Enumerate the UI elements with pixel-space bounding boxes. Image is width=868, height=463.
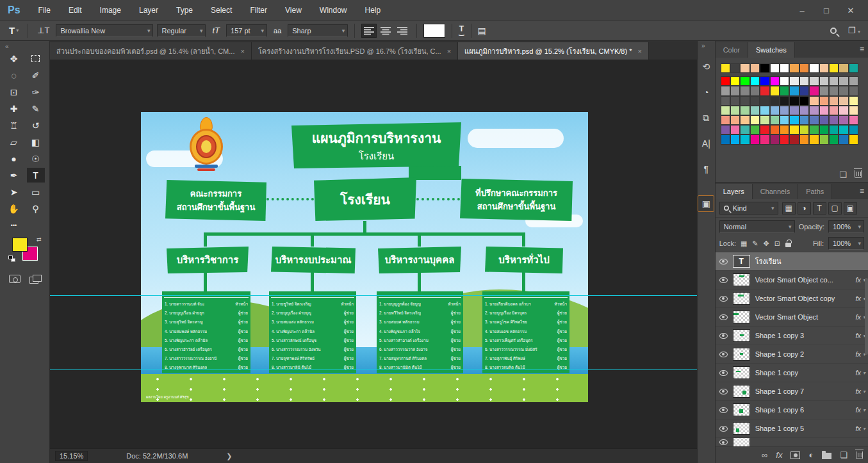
spot-healing-brush-tool[interactable]: ✚ xyxy=(5,101,23,116)
color-swatch[interactable] xyxy=(721,115,730,125)
color-swatch[interactable] xyxy=(849,63,858,73)
color-swatch[interactable] xyxy=(770,115,780,125)
color-swatch[interactable] xyxy=(721,86,730,95)
visibility-eye-icon[interactable] xyxy=(719,277,728,283)
color-swatch[interactable] xyxy=(721,96,730,106)
color-swatch[interactable] xyxy=(839,76,848,86)
new-layer-button[interactable]: ❏ xyxy=(840,450,848,460)
color-swatch[interactable] xyxy=(799,63,809,73)
tab-close-icon[interactable]: × xyxy=(447,47,451,55)
color-swatch[interactable] xyxy=(750,106,760,115)
color-swatch[interactable] xyxy=(770,96,780,106)
color-swatch[interactable] xyxy=(750,125,760,134)
collapse-tools-icon[interactable]: « xyxy=(0,41,49,51)
warp-text-button[interactable]: T‿ xyxy=(459,26,464,35)
status-chevron-icon[interactable]: ❯ xyxy=(226,452,232,460)
lock-position-button[interactable]: ✥ xyxy=(764,240,769,248)
color-swatch[interactable] xyxy=(829,96,839,106)
swap-colors-icon[interactable]: ⇄ xyxy=(37,236,42,243)
layer-row-5[interactable]: Shape 1 copy 3fx▾ xyxy=(716,327,868,345)
font-style-dropdown[interactable]: Regular▾ xyxy=(157,24,206,37)
color-swatch[interactable] xyxy=(849,76,858,86)
color-swatch[interactable] xyxy=(789,96,799,106)
history-brush-tool[interactable]: ↺ xyxy=(27,118,45,133)
layer-row-3[interactable]: Vector Smart Object copyfx▾ xyxy=(716,289,868,308)
text-color-swatch[interactable] xyxy=(423,24,445,38)
color-swatch[interactable] xyxy=(839,106,848,115)
close-button[interactable]: ✕ xyxy=(839,6,863,15)
document-tab-2[interactable]: โครงสร้างงานบริหารโรงเรียน.PSD @ 16.7% (… xyxy=(252,42,458,60)
new-swatch-button[interactable]: ❏ xyxy=(839,170,847,179)
color-swatch[interactable] xyxy=(789,106,799,115)
color-swatch[interactable] xyxy=(780,115,789,125)
document-tab-1[interactable]: ส่วนประกอบของคอมพิวเตอร์.psd @ 15.4% (ลา… xyxy=(50,42,252,60)
layer-fx-badge[interactable]: fx▾ xyxy=(855,276,865,284)
color-swatch[interactable] xyxy=(730,134,740,144)
menu-item-layer[interactable]: Layer xyxy=(130,0,167,20)
tab-layers[interactable]: Layers xyxy=(716,184,753,199)
color-swatch[interactable] xyxy=(809,134,819,144)
color-swatch[interactable] xyxy=(849,125,858,134)
menu-item-select[interactable]: Select xyxy=(202,0,241,20)
search-icon[interactable] xyxy=(830,28,837,34)
layer-fx-badge[interactable]: fx▾ xyxy=(855,295,865,302)
filter-adjustment-layers-icon[interactable]: ◑ xyxy=(798,202,811,215)
color-swatch[interactable] xyxy=(760,125,769,134)
color-swatch[interactable] xyxy=(819,115,829,125)
color-swatch[interactable] xyxy=(819,134,829,144)
color-swatch[interactable] xyxy=(730,86,740,95)
libraries-panel-icon[interactable]: ▣ xyxy=(698,195,714,212)
gradient-tool[interactable]: ◧ xyxy=(27,134,45,149)
more-tools[interactable]: ••• xyxy=(5,218,23,232)
color-swatch[interactable] xyxy=(750,63,760,73)
visibility-eye-icon[interactable] xyxy=(719,389,728,394)
color-swatch[interactable] xyxy=(760,76,769,86)
default-colors-icon[interactable] xyxy=(8,256,15,262)
color-swatch[interactable] xyxy=(819,125,829,134)
color-swatch[interactable] xyxy=(770,86,780,95)
rectangular-marquee-tool[interactable] xyxy=(27,51,45,66)
clone-stamp-tool[interactable]: ♖ xyxy=(5,118,23,133)
color-swatch[interactable] xyxy=(760,106,769,115)
blend-mode-dropdown[interactable]: Normal▾ xyxy=(719,220,795,233)
color-swatch[interactable] xyxy=(789,115,799,125)
layer-fx-badge[interactable]: fx▾ xyxy=(855,350,865,358)
color-swatch[interactable] xyxy=(799,106,809,115)
color-swatch[interactable] xyxy=(780,86,789,95)
filter-pixel-layers-icon[interactable]: ▦ xyxy=(782,202,796,215)
zoom-tool[interactable]: ⚲ xyxy=(27,201,45,216)
color-swatch[interactable] xyxy=(740,134,749,144)
crop-tool[interactable]: ⊡ xyxy=(5,85,23,99)
menu-item-image[interactable]: Image xyxy=(91,0,130,20)
rectangle-tool[interactable]: ▭ xyxy=(27,184,45,199)
layer-row-9[interactable]: Shape 1 copy 6fx▾ xyxy=(716,401,868,419)
color-swatch[interactable] xyxy=(849,96,858,106)
color-swatch[interactable] xyxy=(799,125,809,134)
visibility-eye-icon[interactable] xyxy=(719,296,728,302)
color-swatch[interactable] xyxy=(740,63,749,73)
properties-panel-icon[interactable]: ◔ xyxy=(698,84,714,101)
quick-mask-button[interactable] xyxy=(9,275,20,283)
color-swatch[interactable] xyxy=(740,115,749,125)
color-swatch[interactable] xyxy=(839,134,848,144)
color-swatch[interactable] xyxy=(829,125,839,134)
guide-line[interactable] xyxy=(50,370,697,370)
color-swatch[interactable] xyxy=(730,115,740,125)
brush-tool[interactable]: ✎ xyxy=(27,101,45,116)
layer-style-button[interactable]: fx xyxy=(776,450,782,460)
color-swatch[interactable] xyxy=(839,115,848,125)
color-swatch[interactable] xyxy=(780,63,789,73)
delete-layer-button[interactable] xyxy=(856,451,863,459)
history-panel-icon[interactable]: ⟲ xyxy=(698,58,714,75)
panel-menu-icon[interactable]: ≡ xyxy=(860,186,864,195)
color-swatch[interactable] xyxy=(721,63,730,73)
color-swatch[interactable] xyxy=(789,63,799,73)
color-swatch[interactable] xyxy=(799,96,809,106)
fill-dropdown[interactable]: 100%▾ xyxy=(828,237,864,250)
workspace-switcher[interactable]: ❐ ▾ xyxy=(848,26,860,35)
color-swatch[interactable] xyxy=(809,115,819,125)
layer-filter-kind-dropdown[interactable]: Kind ▾ xyxy=(719,202,778,215)
color-swatch[interactable] xyxy=(809,96,819,106)
color-swatch[interactable] xyxy=(770,76,780,86)
color-swatch[interactable] xyxy=(829,134,839,144)
